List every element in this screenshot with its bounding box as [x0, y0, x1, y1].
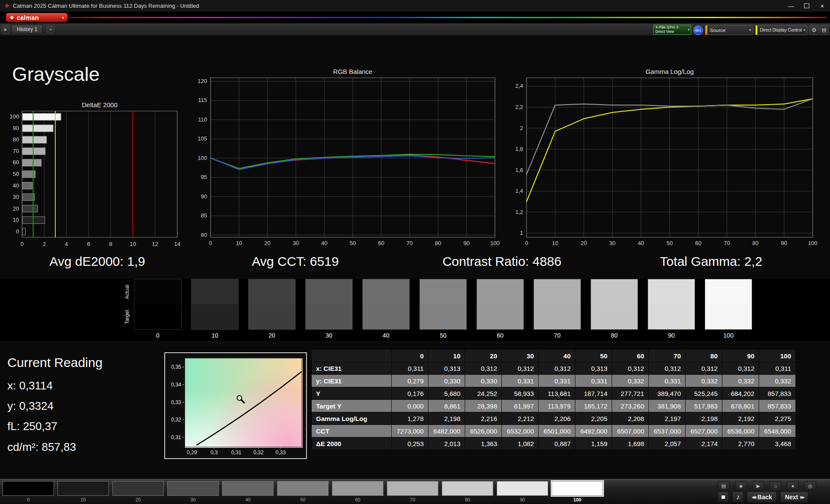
table-cell: 0,312: [539, 362, 575, 375]
table-cell: 7273,000: [392, 425, 428, 437]
level-patch-button[interactable]: 70: [387, 481, 438, 502]
svg-text:60: 60: [378, 240, 384, 246]
deltae-chart: DeltaE 200002468101214100908070605040302…: [4, 99, 186, 255]
level-patch-button[interactable]: 90: [497, 481, 548, 502]
swatch-level-label: 40: [362, 332, 410, 339]
table-cell: 2,198: [686, 412, 722, 425]
results-table: 0102030405060708090100x: CIE310,3110,313…: [311, 349, 796, 450]
display-icon-button[interactable]: ▤: [718, 481, 730, 491]
add-tab-button[interactable]: +: [47, 26, 54, 33]
table-cell: 1,363: [465, 437, 502, 450]
table-cell: 6507,000: [612, 425, 649, 437]
table-row: Gamma Log/Log1,2782,1982,2162,2122,2062,…: [312, 412, 796, 425]
svg-text:1,6: 1,6: [515, 167, 523, 173]
table-cell: 3,468: [759, 437, 796, 450]
logo-bar: ❖ calman ▾: [0, 12, 830, 23]
minimize-button[interactable]: —: [783, 0, 799, 12]
table-cell: 1,278: [392, 412, 428, 425]
svg-text:100: 100: [490, 240, 500, 246]
svg-text:10: 10: [552, 240, 558, 246]
chevron-down-icon: ▾: [802, 28, 807, 32]
grayscale-swatch-strip: Actual Target 0102030405060708090100: [0, 279, 830, 341]
history-expand-button[interactable]: ▶: [2, 25, 10, 34]
table-cell: 2,197: [649, 412, 686, 425]
patch-label: 40: [222, 497, 274, 502]
swatch-target: [134, 304, 181, 329]
level-patch-button[interactable]: 10: [57, 481, 109, 502]
svg-text:80: 80: [13, 136, 19, 143]
patch-label: 10: [57, 497, 109, 502]
table-corner-cell: [312, 350, 392, 362]
maximize-button[interactable]: [799, 0, 814, 12]
source-dropdown[interactable]: Source ▾: [705, 25, 753, 35]
patch-color: [57, 481, 109, 496]
mute-button[interactable]: ♪: [732, 491, 744, 503]
table-cell: 0,331: [575, 375, 612, 387]
svg-text:6: 6: [87, 241, 90, 247]
table-cell: 0,312: [722, 362, 759, 375]
table-cell: 273,260: [612, 400, 649, 412]
swatch-level-label: 90: [648, 332, 695, 339]
svg-text:0: 0: [16, 228, 19, 235]
level-patch-button[interactable]: 50: [277, 481, 329, 502]
svg-text:0,31: 0,31: [231, 450, 242, 456]
home-icon-button[interactable]: ⌂: [769, 481, 782, 491]
calman-logo-button[interactable]: ❖ calman ▾: [6, 13, 67, 22]
svg-text:80: 80: [435, 240, 441, 246]
calman-window: ❖ Calman 2025 Calman Ultimate for Busine…: [0, 0, 830, 504]
table-cell: 0,312: [686, 362, 722, 375]
footer-icon-row: ▤ ◈ ▶ ⌂ ● ◎: [718, 481, 816, 491]
level-patch-button[interactable]: 0: [3, 481, 54, 502]
target-icon-button[interactable]: ◎: [804, 481, 816, 491]
svg-text:90: 90: [13, 125, 19, 131]
level-patch-button[interactable]: 20: [112, 481, 164, 502]
next-button[interactable]: Next ▶▶: [780, 491, 809, 503]
level-patch-button[interactable]: 40: [222, 481, 274, 502]
level-patch-button[interactable]: 30: [167, 481, 219, 502]
svg-text:50: 50: [350, 240, 356, 246]
play-icon-button[interactable]: ▶: [752, 481, 764, 491]
patch-color: [332, 481, 383, 496]
svg-text:60: 60: [13, 159, 19, 166]
tab-history-1[interactable]: History 1: [11, 25, 43, 34]
table-cell: 0,332: [722, 375, 759, 387]
svg-text:2: 2: [43, 241, 46, 247]
svg-text:1,2: 1,2: [515, 209, 523, 215]
table-header-cell: 80: [686, 350, 722, 362]
chevron-down-icon: ▾: [686, 28, 691, 32]
swatch-row: 0102030405060708090100: [134, 279, 752, 339]
gamma-chart: Gamma Log/Log11,21,41,61,822,22,40102030…: [506, 67, 826, 255]
pattern-icon-button[interactable]: ◈: [735, 481, 747, 491]
close-button[interactable]: ×: [814, 0, 830, 12]
table-cell: 5,680: [428, 387, 465, 400]
arrow-right-icon: ▶: [4, 28, 7, 32]
level-patch-button[interactable]: 60: [332, 481, 383, 502]
svg-text:RGB Balance: RGB Balance: [333, 68, 373, 75]
settings-button[interactable]: ⚙: [809, 25, 819, 35]
record-icon-button[interactable]: ●: [787, 481, 799, 491]
panel-toggle-button[interactable]: ▤: [820, 25, 828, 35]
table-row-label: x: CIE31: [312, 362, 392, 375]
table-cell: 0,331: [649, 375, 686, 387]
stop-button[interactable]: ■: [718, 491, 729, 503]
svg-text:20: 20: [264, 240, 270, 246]
svg-text:0,29: 0,29: [187, 450, 197, 456]
meter-dropdown[interactable]: X-Rite i1Pro 3 Direct View ▾: [653, 25, 691, 35]
table-cell: 8,861: [428, 400, 465, 412]
gray-swatch: 80: [591, 279, 638, 339]
svg-text:10: 10: [13, 217, 19, 223]
patch-label: 100: [552, 497, 603, 502]
svg-text:0,34: 0,34: [171, 382, 182, 388]
table-cell: 28,398: [465, 400, 502, 412]
swatch-target: [534, 304, 581, 329]
level-patch-button[interactable]: 80: [442, 481, 493, 502]
table-row: Y0,1765,68024,25258,933113,681187,714277…: [312, 387, 796, 400]
display-control-dropdown[interactable]: Direct Display Control ▾: [755, 25, 807, 35]
svg-text:12: 12: [152, 241, 158, 247]
svg-text:2,4: 2,4: [515, 83, 523, 89]
level-patch-button[interactable]: 100: [552, 481, 603, 502]
swatch-actual: [420, 279, 466, 304]
svg-text:90: 90: [201, 193, 207, 200]
back-button[interactable]: ◀◀ Back: [747, 491, 777, 503]
table-row: x: CIE310,3110,3130,3120,3120,3120,3130,…: [312, 362, 796, 375]
